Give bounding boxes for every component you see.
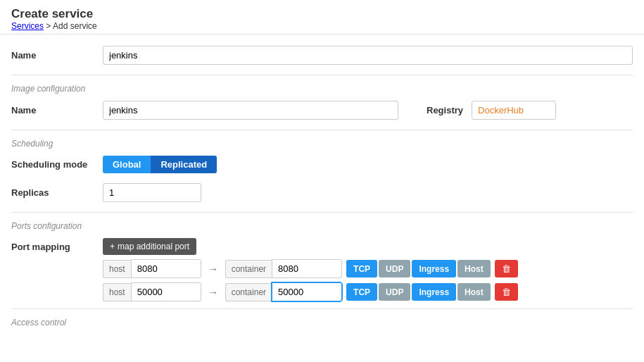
btn-replicated[interactable]: Replicated xyxy=(151,156,217,173)
access-section-divider xyxy=(11,308,633,309)
scheduling-mode-row: Scheduling mode Global Replicated xyxy=(11,156,633,173)
container-port-input-1[interactable] xyxy=(272,259,342,278)
form-content: Name Image configuration Name Registry S… xyxy=(0,35,644,346)
host-type-badge-2: host xyxy=(103,283,131,301)
image-name-row: Name Registry xyxy=(11,101,633,120)
ports-section-divider xyxy=(11,212,633,213)
add-port-label: map additional port xyxy=(118,242,189,251)
image-name-input[interactable] xyxy=(103,101,398,120)
btn-delete-2[interactable]: 🗑 xyxy=(495,283,518,301)
btn-host-2[interactable]: Host xyxy=(457,283,491,301)
name-row: Name xyxy=(11,46,633,65)
container-type-badge-2: container xyxy=(225,283,272,301)
replicas-input[interactable] xyxy=(103,183,201,202)
breadcrumb-separator: > xyxy=(44,21,53,31)
registry-label: Registry xyxy=(427,105,463,116)
name-input[interactable] xyxy=(103,46,633,65)
replicas-label: Replicas xyxy=(11,187,103,198)
plus-icon: + xyxy=(110,242,115,251)
breadcrumb-link[interactable]: Services xyxy=(11,21,44,31)
protocol-buttons-2: TCP UDP Ingress Host 🗑 xyxy=(346,283,518,301)
scheduling-mode-btn-group: Global Replicated xyxy=(103,156,217,173)
btn-udp-2[interactable]: UDP xyxy=(379,283,410,301)
btn-tcp-2[interactable]: TCP xyxy=(346,283,377,301)
image-section-divider xyxy=(11,75,633,75)
btn-host-1[interactable]: Host xyxy=(457,260,491,277)
page-header: Create service Services > Add service xyxy=(0,0,644,35)
host-type-badge-1: host xyxy=(103,260,131,278)
access-section-title: Access control xyxy=(11,318,633,327)
scheduling-section-title: Scheduling xyxy=(11,139,633,149)
replicas-row: Replicas xyxy=(11,183,633,202)
port-mapping-label: Port mapping xyxy=(11,242,103,252)
btn-delete-1[interactable]: 🗑 xyxy=(495,260,518,277)
protocol-buttons-1: TCP UDP Ingress Host 🗑 xyxy=(346,260,518,277)
port-row-2: host → container TCP UDP Ingress Host 🗑 xyxy=(103,282,633,301)
add-port-button[interactable]: + map additional port xyxy=(103,238,196,255)
btn-tcp-1[interactable]: TCP xyxy=(346,260,377,277)
btn-udp-1[interactable]: UDP xyxy=(379,260,410,277)
name-label: Name xyxy=(11,50,103,61)
container-type-badge-1: container xyxy=(225,260,272,278)
ports-section-title: Ports configuration xyxy=(11,221,633,231)
container-port-input-2[interactable] xyxy=(272,282,342,301)
arrow-icon-1: → xyxy=(208,263,218,275)
port-row-1: host → container TCP UDP Ingress Host 🗑 xyxy=(103,259,633,278)
btn-ingress-2[interactable]: Ingress xyxy=(412,283,456,301)
scheduling-section-divider xyxy=(11,130,633,130)
image-section-title: Image configuration xyxy=(11,84,633,94)
breadcrumb: Services > Add service xyxy=(11,21,633,31)
image-name-label: Name xyxy=(11,105,103,116)
host-port-input-2[interactable] xyxy=(131,282,201,301)
btn-global[interactable]: Global xyxy=(103,156,151,173)
host-port-input-1[interactable] xyxy=(131,259,201,278)
arrow-icon-2: → xyxy=(208,287,218,298)
breadcrumb-current: Add service xyxy=(53,21,97,31)
scheduling-mode-label: Scheduling mode xyxy=(11,159,103,170)
page-title: Create service xyxy=(11,7,633,21)
registry-input[interactable] xyxy=(472,101,556,120)
btn-ingress-1[interactable]: Ingress xyxy=(412,260,456,277)
port-mapping-header-row: Port mapping + map additional port xyxy=(11,238,633,255)
